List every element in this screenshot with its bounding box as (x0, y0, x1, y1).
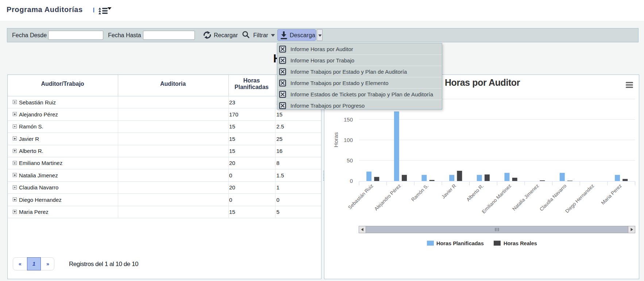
svg-text:Natalia Jimenez: Natalia Jimenez (511, 183, 540, 212)
svg-text:Horas por Auditor: Horas por Auditor (445, 77, 520, 88)
svg-text:Diego Hernandez: Diego Hernandez (564, 183, 595, 214)
svg-text:Sebastián Ruiz: Sebastián Ruiz (347, 183, 374, 210)
svg-text:100: 100 (344, 137, 353, 143)
svg-text:Horas Reales: Horas Reales (504, 240, 537, 246)
svg-text:Emiliano Martinez: Emiliano Martinez (481, 183, 513, 215)
svg-text:Alberto R.: Alberto R. (465, 183, 485, 203)
svg-text:50: 50 (347, 157, 353, 163)
svg-text:Horas: Horas (333, 132, 339, 147)
svg-text:Claudia Navarro: Claudia Navarro (539, 183, 568, 212)
svg-text:Maria Perez: Maria Perez (600, 183, 623, 205)
svg-text:0: 0 (350, 178, 353, 184)
svg-text:Horas Planificadas: Horas Planificadas (436, 240, 484, 246)
svg-text:Alejandro Pérez: Alejandro Pérez (373, 183, 402, 212)
svg-text:150: 150 (344, 116, 353, 123)
svg-text:Javier R: Javier R (440, 183, 457, 200)
svg-text:Ramón S.: Ramón S. (410, 183, 429, 203)
